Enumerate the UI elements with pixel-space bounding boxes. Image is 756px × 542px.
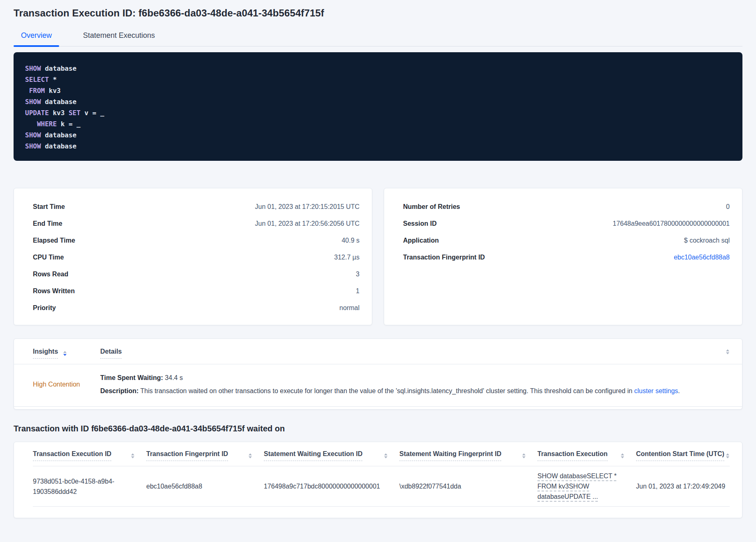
waited-table-header: Transaction Execution IDTransaction Fing…	[33, 442, 730, 461]
sql-keyword: FROM	[25, 87, 45, 95]
sort-arrows-icon[interactable]	[384, 453, 387, 458]
sql-text: k = _	[57, 120, 81, 128]
sort-arrows-icon[interactable]	[621, 453, 624, 458]
summary-card-left-rows: Start TimeJun 01, 2023 at 17:20:15:2015 …	[33, 198, 360, 316]
sql-text: database	[41, 65, 77, 72]
sql-keyword: SHOW	[25, 142, 41, 150]
summary-value: normal	[339, 304, 360, 312]
column-header-label[interactable]: Transaction Execution ID	[33, 450, 111, 461]
sql-keyword: SET	[69, 109, 81, 117]
summary-value: $ cockroach sql	[684, 237, 730, 244]
tabbar: Overview Statement Executions	[14, 31, 742, 46]
waited-on-table: Transaction Execution IDTransaction Fing…	[14, 442, 742, 518]
summary-label: Rows Read	[33, 271, 68, 278]
sql-keyword: WHERE	[25, 120, 57, 128]
description-text: This transaction waited on other transac…	[138, 387, 634, 394]
sql-line: SHOW database	[25, 96, 731, 107]
sql-line: WHERE k = _	[25, 118, 731, 130]
divider	[33, 506, 730, 507]
summary-card-left: Start TimeJun 01, 2023 at 17:20:15:2015 …	[14, 188, 372, 325]
summary-value: Jun 01, 2023 at 17:20:15:2015 UTC	[255, 203, 360, 211]
sql-line: FROM kv3	[25, 85, 731, 96]
table-row: 9738d051-bc0e-4158-a9b4-1903586ddd42 ebc…	[33, 466, 730, 506]
column-header-label[interactable]: Transaction Execution	[537, 450, 608, 461]
time-spent-waiting-value: 34.4 s	[163, 374, 183, 381]
summary-row: Number of Retries0	[403, 198, 730, 215]
sql-text: database	[41, 142, 77, 150]
column-header: Transaction Fingerprint ID	[146, 450, 264, 461]
cluster-settings-link[interactable]: cluster settings	[634, 387, 678, 394]
column-header: Contention Start Time (UTC)	[636, 450, 730, 461]
insight-row: High Contention Time Spent Waiting: 34.4…	[14, 364, 742, 406]
high-contention-badge: High Contention	[33, 381, 100, 388]
summary-row: Start TimeJun 01, 2023 at 17:20:15:2015 …	[33, 198, 360, 215]
column-header-label[interactable]: Transaction Fingerprint ID	[146, 450, 228, 461]
summary-label: Application	[403, 237, 439, 244]
summary-value: 0	[726, 203, 730, 211]
sql-keyword: SHOW	[25, 131, 41, 139]
insights-card: Insights Details High Contention Time Sp…	[14, 338, 742, 410]
sort-arrows-icon[interactable]	[131, 453, 134, 458]
details-column-header[interactable]: Details	[100, 348, 122, 359]
summary-row: Rows Written1	[33, 283, 360, 299]
insights-table-header: Insights Details	[14, 339, 742, 359]
sort-arrows-icon[interactable]	[726, 350, 729, 354]
insights-column-header[interactable]: Insights	[33, 348, 58, 359]
column-header: Statement Waiting Execution ID	[264, 450, 399, 461]
insight-description: Description: This transaction waited on …	[100, 386, 680, 396]
tab-overview[interactable]: Overview	[14, 31, 59, 46]
sql-keyword: SELECT	[25, 76, 49, 83]
cell-statement-waiting-fingerprint-id: \xdb8922f077541dda	[399, 481, 537, 491]
summary-card-right-rows: Number of Retries0Session ID17648a9eea60…	[403, 198, 730, 266]
tab-statement-executions[interactable]: Statement Executions	[76, 31, 162, 46]
summary-label: Number of Retries	[403, 203, 460, 211]
summary-row: Rows Read3	[33, 266, 360, 283]
sort-arrows-icon[interactable]	[249, 453, 252, 458]
summary-card-right: Number of Retries0Session ID17648a9eea60…	[384, 188, 742, 325]
sort-arrows-icon[interactable]	[726, 453, 729, 458]
summary-value: 312.7 µs	[334, 254, 360, 261]
sql-text: kv3	[45, 87, 61, 95]
summary-label: End Time	[33, 220, 62, 227]
transaction-fingerprint-link[interactable]: ebc10ae56cfd88a8	[674, 254, 730, 261]
sql-text: *	[49, 76, 57, 83]
sort-arrows-icon[interactable]	[522, 453, 526, 458]
sql-line: SHOW database	[25, 63, 731, 74]
column-header-label[interactable]: Contention Start Time (UTC)	[636, 450, 724, 461]
sql-box: SHOW databaseSELECT * FROM kv3SHOW datab…	[14, 52, 742, 161]
sort-arrows-icon[interactable]	[63, 351, 67, 356]
summary-row: Session ID17648a9eea60178000000000000000…	[403, 215, 730, 232]
column-header: Statement Waiting Fingerprint ID	[399, 450, 537, 461]
description-label: Description:	[100, 387, 138, 394]
summary-label: Elapsed Time	[33, 237, 75, 244]
sql-line: UPDATE kv3 SET v = _	[25, 107, 731, 118]
column-header-label[interactable]: Statement Waiting Fingerprint ID	[399, 450, 501, 461]
cell-contention-start-time: Jun 01, 2023 at 17:20:49:2049	[636, 481, 730, 491]
waited-on-heading: Transaction with ID f6be6366-da03-48de-a…	[14, 424, 742, 433]
time-spent-waiting-label: Time Spent Waiting:	[100, 374, 163, 381]
summary-row: Prioritynormal	[33, 299, 360, 316]
sql-keyword: SHOW	[25, 65, 41, 72]
cell-transaction-execution-link[interactable]: SHOW databaseSELECT * FROM kv3SHOW datab…	[537, 471, 636, 502]
summary-value: 40.9 s	[341, 237, 360, 244]
cell-statement-waiting-execution-id: 176498a9c717bdc80000000000000001	[264, 481, 399, 491]
column-header: Transaction Execution ID	[33, 450, 146, 461]
sql-text: database	[41, 98, 77, 106]
cell-transaction-fingerprint-id: ebc10ae56cfd88a8	[146, 481, 264, 491]
summary-row: End TimeJun 01, 2023 at 17:20:56:2056 UT…	[33, 215, 360, 232]
cell-transaction-execution-id: 9738d051-bc0e-4158-a9b4-1903586ddd42	[33, 476, 146, 497]
column-header: Transaction Execution	[537, 450, 636, 461]
summary-label: CPU Time	[33, 254, 64, 261]
time-spent-waiting: Time Spent Waiting: 34.4 s	[100, 373, 680, 383]
column-header-label[interactable]: Statement Waiting Execution ID	[264, 450, 362, 461]
summary-label: Rows Written	[33, 287, 75, 295]
summary-row: Transaction Fingerprint IDebc10ae56cfd88…	[403, 249, 730, 266]
summary-label: Session ID	[403, 220, 437, 227]
summary-label: Start Time	[33, 203, 65, 211]
summary-row: Application$ cockroach sql	[403, 232, 730, 249]
sql-keyword: UPDATE	[25, 109, 49, 117]
summary-value: 1	[356, 287, 360, 295]
summary-row: Elapsed Time40.9 s	[33, 232, 360, 249]
sql-text: kv3	[49, 109, 69, 117]
sql-text: database	[41, 131, 77, 139]
